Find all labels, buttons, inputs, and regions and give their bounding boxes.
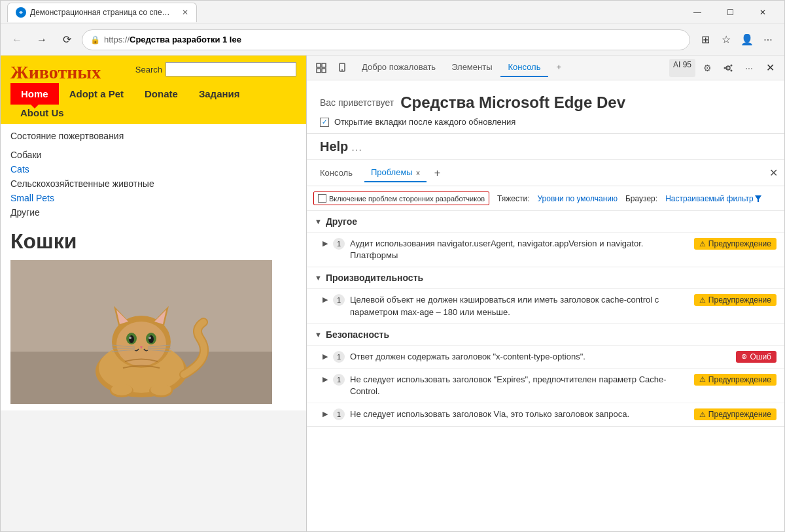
site-content: Состояние пожертвования Собаки Cats Сель… xyxy=(1,124,306,410)
reload-button[interactable]: ⟳ xyxy=(57,30,77,50)
webpage-scroll[interactable]: Животных Search Home Adopt a Pet Donate … xyxy=(1,56,306,531)
nav-bar: ← → ⟳ 🔒 https://Средства разработки 1 le… xyxy=(1,24,784,56)
svg-point-13 xyxy=(129,335,134,343)
nav-home[interactable]: Home xyxy=(10,83,59,105)
devtools-gear-area: AI 95 ⚙ ··· ✕ xyxy=(667,59,779,77)
category-cats[interactable]: Cats xyxy=(10,162,296,176)
warning-icon-3: ⚠ xyxy=(699,410,706,419)
svg-point-35 xyxy=(724,67,726,69)
nav-zadania[interactable]: Задания xyxy=(188,83,251,105)
browser-tab[interactable]: Демонстрационная страница со специальным… xyxy=(7,3,197,22)
issue-item-2-1: ▶ 1 Не следует использовать заголовок "E… xyxy=(307,368,784,403)
warning-icon-2: ⚠ xyxy=(699,375,706,384)
tab-elements[interactable]: Элементы xyxy=(444,58,500,77)
tab-welcome[interactable]: Добро пожаловать xyxy=(354,58,444,77)
issue-text-2-0: Ответ должен содержать заголовок "x-cont… xyxy=(350,351,731,363)
svg-point-14 xyxy=(148,335,154,343)
devtools-panel: Добро пожаловать Элементы Консоль + AI 9… xyxy=(307,56,784,531)
issue-expand-icon-4[interactable]: ▶ xyxy=(323,410,328,418)
issue-expand-icon-1[interactable]: ▶ xyxy=(323,295,328,304)
tab-plus[interactable]: + xyxy=(548,58,569,77)
sidebar-button[interactable]: ⊞ xyxy=(695,30,715,50)
close-button[interactable]: ✕ xyxy=(748,3,778,22)
minimize-button[interactable]: — xyxy=(682,3,712,22)
devtools-settings-button[interactable]: ⚙ xyxy=(698,59,716,77)
devtools-welcome: Вас приветствует Средства Microsoft Edge… xyxy=(307,80,784,134)
tab-console[interactable]: Консоль xyxy=(500,58,549,77)
section-header-performance[interactable]: ▼ Производительность xyxy=(307,267,784,288)
issue-count-badge-3: 1 xyxy=(333,374,345,386)
checkbox-label: Открытие вкладки после каждого обновлени… xyxy=(334,117,515,127)
issue-text-0-0: Аудит использования navigator.userAgent,… xyxy=(350,238,689,261)
issue-item-2-2: ▶ 1 Не следует использовать заголовок Vi… xyxy=(307,403,784,425)
issue-expand-icon-3[interactable]: ▶ xyxy=(323,375,328,384)
about-us-link[interactable]: About Us xyxy=(20,107,64,118)
issues-tab-problems[interactable]: Проблемы x xyxy=(364,163,427,182)
category-list: Собаки Cats Сельскохозяйственные животны… xyxy=(10,148,296,220)
address-bar[interactable]: 🔒 https://Средства разработки 1 lee xyxy=(82,29,690,50)
issue-badge-warning-0: ⚠ Предупреждение xyxy=(694,238,776,250)
svg-rect-29 xyxy=(322,63,326,67)
custom-filter[interactable]: Настраиваемый фильтр xyxy=(665,194,761,203)
svg-point-16 xyxy=(148,337,151,339)
forward-button[interactable]: → xyxy=(32,30,52,50)
profile-button[interactable]: 👤 xyxy=(737,30,757,50)
devtools-more-button[interactable]: ··· xyxy=(740,59,758,77)
nav-donate[interactable]: Donate xyxy=(134,83,188,105)
site-search: Search xyxy=(135,62,296,76)
maximize-button[interactable]: ☐ xyxy=(715,3,745,22)
issue-text-1-0: Целевой объект не должен кэшироваться ил… xyxy=(350,294,689,318)
cat-image xyxy=(10,260,272,404)
search-input[interactable] xyxy=(166,62,296,76)
back-button[interactable]: ← xyxy=(7,30,27,50)
svg-point-36 xyxy=(731,64,733,66)
devtools-inspect-button[interactable] xyxy=(312,59,330,77)
webpage-panel: Животных Search Home Adopt a Pet Donate … xyxy=(1,56,307,531)
issue-item-1-0: ▶ 1 Целевой объект не должен кэшироватьс… xyxy=(307,288,784,323)
open-tab-checkbox[interactable]: ✓ xyxy=(320,118,329,127)
title-bar-controls: — ☐ ✕ xyxy=(682,3,778,22)
issues-new-tab-button[interactable]: + xyxy=(434,167,440,179)
devtools-tabs: Добро пожаловать Элементы Консоль + xyxy=(354,58,664,77)
devtools-share-button[interactable] xyxy=(719,59,737,77)
category-small-pets[interactable]: Small Pets xyxy=(10,191,296,205)
issue-count-badge-1: 1 xyxy=(333,294,345,306)
svg-point-15 xyxy=(129,337,131,339)
checkbox-row: ✓ Открытие вкладки после каждого обновле… xyxy=(320,117,771,127)
issue-badge-warning-3: ⚠ Предупреждение xyxy=(694,408,776,420)
devtools-device-button[interactable] xyxy=(333,59,351,77)
warning-icon-1: ⚠ xyxy=(699,296,706,305)
cats-heading: Кошки xyxy=(10,229,296,254)
issue-expand-icon[interactable]: ▶ xyxy=(323,239,328,248)
category-other: Другие xyxy=(10,205,296,220)
issue-expand-icon-2[interactable]: ▶ xyxy=(323,352,328,361)
issues-panel: Консоль Проблемы x + ✕ Включение проблем… xyxy=(307,160,784,531)
nav-adopt[interactable]: Adopt a Pet xyxy=(59,83,134,105)
svg-point-27 xyxy=(150,384,171,395)
tab-close-icon[interactable]: ✕ xyxy=(182,8,188,17)
issues-list[interactable]: ▼ Другое ▶ 1 Аудит использования navigat… xyxy=(307,211,784,531)
third-party-checkbox-box[interactable] xyxy=(318,194,326,203)
issue-section-security: ▼ Безопасность ▶ 1 Ответ должен содержат… xyxy=(307,324,784,427)
svg-marker-40 xyxy=(755,195,761,202)
issue-section-performance: ▼ Производительность ▶ 1 Целевой объект … xyxy=(307,267,784,324)
settings-button[interactable]: ··· xyxy=(758,30,778,50)
tab-favicon xyxy=(16,7,26,18)
severity-value[interactable]: Уровни по умолчанию xyxy=(537,194,618,203)
issues-tab-console[interactable]: Консоль xyxy=(313,164,359,182)
section-header-security[interactable]: ▼ Безопасность xyxy=(307,324,784,345)
warning-icon: ⚠ xyxy=(699,240,706,248)
svg-rect-30 xyxy=(317,69,321,73)
issues-panel-close-button[interactable]: ✕ xyxy=(769,167,778,179)
issue-badge-warning-1: ⚠ Предупреждение xyxy=(694,294,776,306)
welcome-label: Вас приветствует xyxy=(320,97,394,108)
favorites-button[interactable]: ☆ xyxy=(716,30,736,50)
section-header-other[interactable]: ▼ Другое xyxy=(307,211,784,232)
issue-count-badge-4: 1 xyxy=(333,408,345,420)
browser-label: Браузер: xyxy=(625,194,657,203)
devtools-close-button[interactable]: ✕ xyxy=(761,59,779,77)
section-title-other: Другое xyxy=(326,216,357,227)
issue-count-badge: 1 xyxy=(333,238,345,250)
third-party-filter[interactable]: Включение проблем сторонних разработчико… xyxy=(313,191,489,205)
issue-item-2-0: ▶ 1 Ответ должен содержать заголовок "x-… xyxy=(307,345,784,368)
